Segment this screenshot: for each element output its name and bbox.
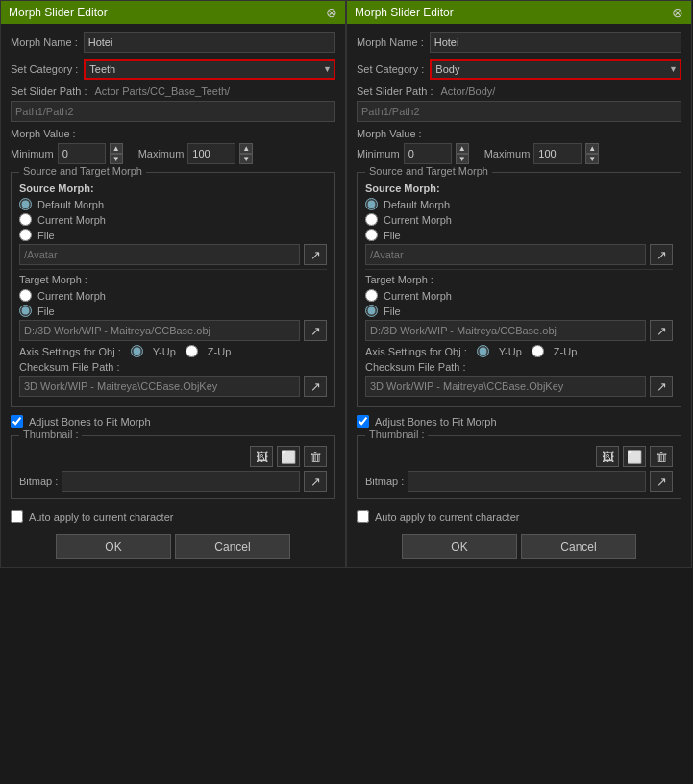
right-max-down-btn[interactable]: ▼: [585, 154, 599, 164]
right-panel: Morph Slider Editor ⊗ Morph Name : Set C…: [346, 0, 692, 568]
left-axis-zup-radio[interactable]: [186, 345, 198, 357]
left-source-morph-label: Source Morph:: [19, 183, 327, 194]
left-source-file-radio[interactable]: [19, 229, 32, 241]
left-morph-name-label: Morph Name :: [11, 37, 78, 48]
right-min-input[interactable]: [404, 143, 452, 164]
left-source-current-radio[interactable]: [19, 213, 32, 226]
right-bitmap-label: Bitmap :: [365, 476, 404, 487]
right-auto-apply-checkbox[interactable]: [357, 510, 369, 523]
left-bitmap-browse-btn[interactable]: ↗: [304, 471, 327, 492]
left-max-up-btn[interactable]: ▲: [239, 143, 253, 154]
left-auto-apply-label: Auto apply to current character: [29, 511, 173, 523]
right-thumb-camera-btn[interactable]: 🖼: [596, 446, 619, 467]
right-axis-zup-label: Z-Up: [554, 346, 577, 357]
left-checksum-input[interactable]: [19, 376, 300, 397]
left-morph-name-input[interactable]: [84, 32, 335, 53]
right-panel-title: Morph Slider Editor: [355, 6, 454, 19]
left-category-select[interactable]: Teeth Body Head: [84, 59, 335, 80]
left-axis-label: Axis Settings for Obj :: [19, 346, 121, 357]
right-cancel-btn[interactable]: Cancel: [521, 534, 636, 559]
right-morph-name-label: Morph Name :: [357, 37, 424, 48]
right-morph-value-label: Morph Value :: [357, 128, 681, 139]
right-source-file-label: File: [384, 230, 401, 241]
left-target-current-label: Current Morph: [37, 290, 106, 302]
left-target-file-label: File: [37, 306, 55, 317]
right-max-label: Maximum: [484, 148, 531, 159]
right-bitmap-browse-btn[interactable]: ↗: [650, 471, 673, 492]
left-target-morph-label: Target Morph :: [19, 274, 327, 285]
right-adjust-bones-checkbox[interactable]: [357, 415, 369, 428]
left-min-up-btn[interactable]: ▲: [110, 143, 123, 154]
left-thumb-delete-btn[interactable]: 🗑: [304, 446, 327, 467]
right-adjust-bones-label: Adjust Bones to Fit Morph: [375, 416, 497, 428]
right-category-select[interactable]: Teeth Body Head: [430, 59, 681, 80]
right-checksum-browse-btn[interactable]: ↗: [650, 376, 673, 397]
left-max-down-btn[interactable]: ▼: [239, 154, 253, 164]
right-thumbnail-section: Thumbnail : 🖼 ⬜ 🗑 Bitmap : ↗: [357, 435, 681, 499]
left-thumb-save-btn[interactable]: ⬜: [277, 446, 300, 467]
left-thumb-camera-btn[interactable]: 🖼: [250, 446, 273, 467]
right-thumb-save-btn[interactable]: ⬜: [623, 446, 646, 467]
right-slider-path-label: Set Slider Path :: [357, 86, 433, 97]
right-checksum-input[interactable]: [365, 376, 646, 397]
right-target-file-radio[interactable]: [365, 305, 378, 317]
left-min-input[interactable]: [58, 143, 106, 164]
left-checksum-browse-btn[interactable]: ↗: [304, 376, 327, 397]
right-target-browse-btn[interactable]: ↗: [650, 320, 673, 341]
right-set-category-label: Set Category :: [357, 63, 424, 75]
left-max-input[interactable]: [187, 143, 235, 164]
right-auto-apply-label: Auto apply to current character: [375, 511, 519, 523]
right-target-current-radio[interactable]: [365, 289, 378, 302]
right-max-up-btn[interactable]: ▲: [585, 143, 599, 154]
right-thumb-delete-btn[interactable]: 🗑: [650, 446, 673, 467]
left-ok-btn[interactable]: OK: [56, 534, 171, 559]
right-target-morph-label: Target Morph :: [365, 274, 673, 285]
right-bitmap-input[interactable]: [408, 471, 646, 492]
right-min-label: Minimum: [357, 148, 400, 159]
right-source-file-radio[interactable]: [365, 229, 378, 241]
right-axis-zup-radio[interactable]: [532, 345, 544, 357]
left-source-target-section: Source and Target Morph Source Morph: De…: [11, 172, 335, 407]
right-source-default-label: Default Morph: [384, 199, 450, 210]
right-source-current-radio[interactable]: [365, 213, 378, 226]
left-source-default-radio[interactable]: [19, 198, 32, 210]
left-close-icon[interactable]: ⊗: [326, 5, 337, 20]
right-morph-name-input[interactable]: [430, 32, 681, 53]
left-set-category-label: Set Category :: [11, 63, 78, 75]
left-panel-title: Morph Slider Editor: [9, 6, 108, 19]
left-auto-apply-checkbox[interactable]: [11, 510, 23, 523]
right-close-icon[interactable]: ⊗: [672, 5, 683, 20]
left-target-file-radio[interactable]: [19, 305, 32, 317]
left-target-browse-btn[interactable]: ↗: [304, 320, 327, 341]
left-bitmap-input[interactable]: [62, 471, 300, 492]
right-target-file-label: File: [384, 306, 401, 317]
right-source-default-radio[interactable]: [365, 198, 378, 210]
left-axis-yup-label: Y-Up: [153, 346, 176, 357]
left-path-input[interactable]: [11, 101, 335, 122]
left-target-file-input[interactable]: [19, 320, 300, 341]
right-axis-yup-label: Y-Up: [499, 346, 522, 357]
right-ok-btn[interactable]: OK: [402, 534, 517, 559]
right-axis-yup-radio[interactable]: [477, 345, 489, 357]
right-source-morph-label: Source Morph:: [365, 183, 673, 194]
right-max-input[interactable]: [533, 143, 582, 164]
left-source-default-label: Default Morph: [37, 199, 104, 210]
right-checksum-label: Checksum File Path :: [365, 361, 673, 373]
right-min-up-btn[interactable]: ▲: [456, 143, 469, 154]
right-path-input[interactable]: [357, 101, 681, 122]
left-target-current-radio[interactable]: [19, 289, 32, 302]
left-max-label: Maximum: [138, 148, 185, 159]
left-cancel-btn[interactable]: Cancel: [175, 534, 290, 559]
left-source-browse-btn[interactable]: ↗: [304, 244, 327, 265]
right-source-file-input[interactable]: [365, 244, 646, 265]
left-source-file-input[interactable]: [19, 244, 300, 265]
left-checksum-label: Checksum File Path :: [19, 361, 327, 373]
left-adjust-bones-checkbox[interactable]: [11, 415, 23, 428]
right-min-down-btn[interactable]: ▼: [456, 154, 469, 164]
right-target-file-input[interactable]: [365, 320, 646, 341]
left-axis-yup-radio[interactable]: [131, 345, 143, 357]
right-panel-header: Morph Slider Editor ⊗: [347, 1, 691, 24]
left-min-down-btn[interactable]: ▼: [110, 154, 123, 164]
right-source-browse-btn[interactable]: ↗: [650, 244, 673, 265]
left-source-file-label: File: [37, 230, 55, 241]
